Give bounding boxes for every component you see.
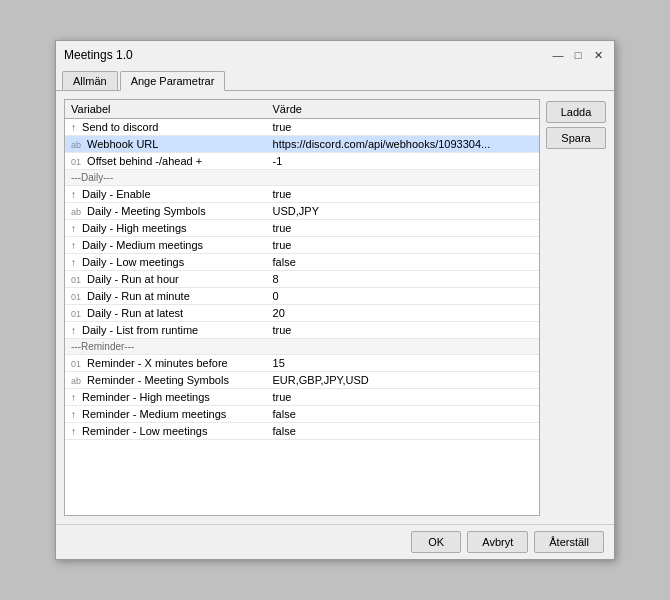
ab-icon: ab xyxy=(71,140,81,150)
minimize-button[interactable]: — xyxy=(550,47,566,63)
variable-cell: ab Reminder - Meeting Symbols xyxy=(65,372,267,389)
main-window: Meetings 1.0 — □ ✕ Allmän Ange Parametra… xyxy=(55,40,615,560)
zero-one-icon: 01 xyxy=(71,292,81,302)
value-cell: 15 xyxy=(267,355,539,372)
tab-ange-parametrar[interactable]: Ange Parametrar xyxy=(120,71,226,91)
table-row[interactable]: ↑ Send to discordtrue xyxy=(65,119,539,136)
value-cell: https://discord.com/api/webhooks/1093304… xyxy=(267,136,539,153)
table-row[interactable]: 01 Daily - Run at latest20 xyxy=(65,305,539,322)
ab-icon: ab xyxy=(71,207,81,217)
table-row[interactable]: ↑ Daily - Medium meetingstrue xyxy=(65,237,539,254)
ab-icon: ab xyxy=(71,376,81,386)
variable-cell: ↑ Daily - Medium meetings xyxy=(65,237,267,254)
parameters-table-container: Variabel Värde ↑ Send to discordtrueab W… xyxy=(64,99,540,516)
footer: OK Avbryt Återställ xyxy=(56,524,614,559)
variable-cell: ab Webhook URL xyxy=(65,136,267,153)
table-row[interactable]: ab Daily - Meeting SymbolsUSD,JPY xyxy=(65,203,539,220)
table-row[interactable]: 01 Offset behind -/ahead +-1 xyxy=(65,153,539,170)
value-cell: true xyxy=(267,119,539,136)
up-arrow-icon: ↑ xyxy=(71,257,76,268)
variable-cell: ↑ Reminder - Low meetings xyxy=(65,423,267,440)
table-row[interactable]: ↑ Daily - High meetingstrue xyxy=(65,220,539,237)
value-cell: -1 xyxy=(267,153,539,170)
table-row[interactable]: ↑ Reminder - Medium meetingsfalse xyxy=(65,406,539,423)
spara-button[interactable]: Spara xyxy=(546,127,606,149)
value-cell: true xyxy=(267,220,539,237)
table-row[interactable]: 01 Daily - Run at minute0 xyxy=(65,288,539,305)
ladda-button[interactable]: Ladda xyxy=(546,101,606,123)
value-cell: USD,JPY xyxy=(267,203,539,220)
up-arrow-icon: ↑ xyxy=(71,325,76,336)
avbryt-button[interactable]: Avbryt xyxy=(467,531,528,553)
table-row[interactable]: ↑ Daily - List from runtimetrue xyxy=(65,322,539,339)
maximize-button[interactable]: □ xyxy=(570,47,586,63)
variable-cell: ↑ Daily - Enable xyxy=(65,186,267,203)
content-area: Variabel Värde ↑ Send to discordtrueab W… xyxy=(56,91,614,524)
zero-one-icon: 01 xyxy=(71,359,81,369)
table-row[interactable]: 01 Daily - Run at hour8 xyxy=(65,271,539,288)
title-bar: Meetings 1.0 — □ ✕ xyxy=(56,41,614,67)
table-row[interactable]: ↑ Daily - Low meetingsfalse xyxy=(65,254,539,271)
variable-cell: ↑ Daily - Low meetings xyxy=(65,254,267,271)
up-arrow-icon: ↑ xyxy=(71,240,76,251)
variable-cell: ↑ Daily - List from runtime xyxy=(65,322,267,339)
zero-one-icon: 01 xyxy=(71,157,81,167)
col-header-variable: Variabel xyxy=(65,100,267,119)
zero-one-icon: 01 xyxy=(71,309,81,319)
variable-cell: ↑ Send to discord xyxy=(65,119,267,136)
value-cell: false xyxy=(267,423,539,440)
up-arrow-icon: ↑ xyxy=(71,223,76,234)
table-row[interactable]: ab Reminder - Meeting SymbolsEUR,GBP,JPY… xyxy=(65,372,539,389)
up-arrow-icon: ↑ xyxy=(71,409,76,420)
value-cell: 0 xyxy=(267,288,539,305)
ok-button[interactable]: OK xyxy=(411,531,461,553)
up-arrow-icon: ↑ xyxy=(71,426,76,437)
variable-cell: 01 Daily - Run at hour xyxy=(65,271,267,288)
value-cell: true xyxy=(267,186,539,203)
parameters-table: Variabel Värde ↑ Send to discordtrueab W… xyxy=(65,100,539,440)
zero-one-icon: 01 xyxy=(71,275,81,285)
table-row[interactable]: 01 Reminder - X minutes before15 xyxy=(65,355,539,372)
variable-cell: 01 Daily - Run at latest xyxy=(65,305,267,322)
value-cell: true xyxy=(267,237,539,254)
variable-cell: 01 Daily - Run at minute xyxy=(65,288,267,305)
value-cell: false xyxy=(267,254,539,271)
col-header-value: Värde xyxy=(267,100,539,119)
table-row[interactable]: ↑ Reminder - Low meetingsfalse xyxy=(65,423,539,440)
table-row[interactable]: ---Reminder--- xyxy=(65,339,539,355)
table-row[interactable]: ab Webhook URLhttps://discord.com/api/we… xyxy=(65,136,539,153)
close-button[interactable]: ✕ xyxy=(590,47,606,63)
window-title: Meetings 1.0 xyxy=(64,48,133,62)
value-cell: true xyxy=(267,389,539,406)
variable-cell: ↑ Reminder - High meetings xyxy=(65,389,267,406)
tabs-bar: Allmän Ange Parametrar xyxy=(56,67,614,91)
variable-cell: 01 Offset behind -/ahead + xyxy=(65,153,267,170)
variable-cell: ab Daily - Meeting Symbols xyxy=(65,203,267,220)
up-arrow-icon: ↑ xyxy=(71,122,76,133)
value-cell: true xyxy=(267,322,539,339)
side-buttons-panel: Ladda Spara xyxy=(546,99,606,516)
aterstall-button[interactable]: Återställ xyxy=(534,531,604,553)
variable-cell: 01 Reminder - X minutes before xyxy=(65,355,267,372)
table-row[interactable]: ↑ Reminder - High meetingstrue xyxy=(65,389,539,406)
up-arrow-icon: ↑ xyxy=(71,189,76,200)
tab-allman[interactable]: Allmän xyxy=(62,71,118,90)
value-cell: false xyxy=(267,406,539,423)
table-row[interactable]: ---Daily--- xyxy=(65,170,539,186)
value-cell: EUR,GBP,JPY,USD xyxy=(267,372,539,389)
table-row[interactable]: ↑ Daily - Enabletrue xyxy=(65,186,539,203)
variable-cell: ↑ Daily - High meetings xyxy=(65,220,267,237)
variable-cell: ↑ Reminder - Medium meetings xyxy=(65,406,267,423)
value-cell: 8 xyxy=(267,271,539,288)
up-arrow-icon: ↑ xyxy=(71,392,76,403)
value-cell: 20 xyxy=(267,305,539,322)
title-bar-controls: — □ ✕ xyxy=(550,47,606,63)
